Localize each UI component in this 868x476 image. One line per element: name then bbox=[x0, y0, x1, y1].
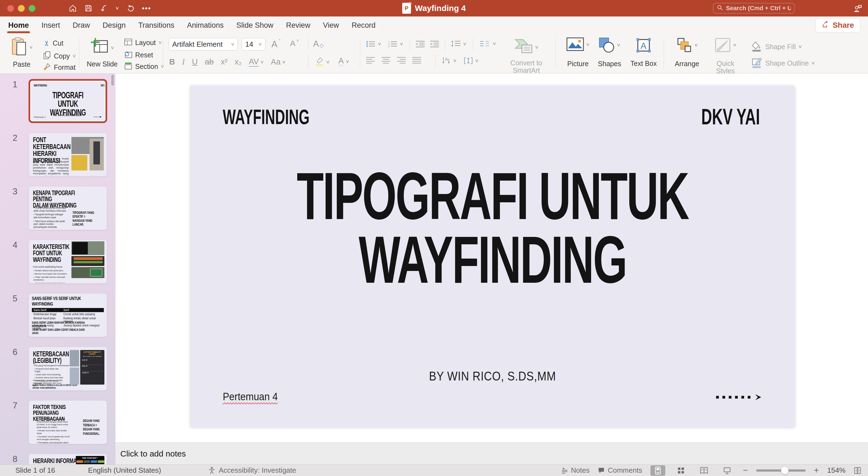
convert-to-smartart-button[interactable]: ˅ Convert to SmartArt bbox=[504, 37, 548, 74]
new-slide-button[interactable]: ˅ New Slide bbox=[86, 37, 119, 68]
text-box-button[interactable]: A Text Box bbox=[628, 37, 659, 67]
redo-icon[interactable] bbox=[126, 4, 135, 13]
notes-pane[interactable]: Click to add notes bbox=[115, 443, 868, 465]
shapes-button[interactable]: ˅ Shapes bbox=[592, 37, 627, 68]
shrink-font-button[interactable]: A ˅ bbox=[290, 39, 299, 48]
notes-toggle[interactable]: Notes bbox=[561, 466, 590, 475]
layout-button[interactable]: Layout ˅ bbox=[124, 38, 162, 47]
change-case-button[interactable]: Aa ˅ bbox=[271, 57, 285, 66]
align-left-button[interactable] bbox=[366, 57, 375, 65]
zoom-percentage[interactable]: 154% bbox=[827, 466, 846, 475]
quick-styles-button[interactable]: ˅ Quick Styles bbox=[708, 37, 743, 75]
underline-button[interactable]: U bbox=[192, 57, 198, 66]
cut-button[interactable]: ✂ Cut bbox=[44, 39, 63, 47]
subscript-button[interactable]: x₂ bbox=[235, 57, 242, 66]
thumbnail-slide-4[interactable]: KARAKTERISTIK FONT UNTUK WAYFINDING Font… bbox=[29, 240, 107, 283]
home-icon[interactable] bbox=[68, 4, 77, 13]
undo-icon[interactable] bbox=[100, 4, 108, 13]
dotted-arrow-icon[interactable] bbox=[716, 394, 762, 401]
font-color-button[interactable]: A ˅ bbox=[338, 57, 349, 66]
normal-view-button[interactable] bbox=[650, 465, 665, 476]
paste-button[interactable]: ˅ Paste bbox=[7, 37, 37, 68]
bullets-button[interactable]: ˅ bbox=[366, 40, 381, 48]
font-size-select[interactable]: 14 ˅ bbox=[242, 38, 265, 50]
strikethrough-button[interactable]: ab bbox=[205, 57, 214, 66]
format-painter-button[interactable]: Format bbox=[43, 63, 75, 72]
zoom-slider-thumb[interactable] bbox=[781, 467, 788, 474]
reset-button[interactable]: Reset bbox=[124, 50, 153, 59]
thumbnail-slide-1[interactable]: WAYFINDING DKV YAI TIPOGRAFI UNTUKWAYFIN… bbox=[29, 79, 107, 123]
tab-record[interactable]: Record bbox=[351, 16, 375, 34]
undo-chevron-icon[interactable]: ˅ bbox=[116, 5, 119, 11]
thumbnail-slide-2[interactable]: FONT KETERBACAAN HIERARKI INFORMASI Tipo… bbox=[29, 133, 107, 176]
chevron-down-icon: ˅ bbox=[475, 58, 478, 63]
tab-slide-show[interactable]: Slide Show bbox=[236, 16, 273, 34]
minimize-window-button[interactable] bbox=[18, 5, 25, 12]
slide-byline[interactable]: BY WIN RICO, S.DS,MM bbox=[190, 368, 795, 383]
thumbnail-slide-7[interactable]: FAKTOR TEKNIS PENUNJANG KETERBACAAN Ukur… bbox=[29, 400, 107, 444]
photo-placeholder bbox=[90, 269, 102, 276]
highlight-color-button[interactable]: ˅ bbox=[315, 57, 330, 68]
bold-button[interactable]: B bbox=[169, 57, 175, 66]
slide-show-button[interactable] bbox=[720, 465, 735, 476]
zoom-window-button[interactable] bbox=[29, 5, 35, 12]
shape-outline-button[interactable]: Shape Outline ˅ bbox=[751, 57, 815, 69]
reading-view-button[interactable] bbox=[696, 465, 711, 476]
picture-button[interactable]: ˅ Picture bbox=[561, 37, 594, 68]
align-center-button[interactable] bbox=[381, 57, 391, 65]
zoom-in-button[interactable]: + bbox=[814, 465, 819, 475]
tab-transitions[interactable]: Transitions bbox=[138, 16, 175, 34]
slide-sorter-view-button[interactable] bbox=[674, 465, 688, 476]
font-name-select[interactable]: Artifakt Element ˅ bbox=[169, 38, 238, 50]
tab-design[interactable]: Design bbox=[103, 16, 126, 34]
thumbnail-slide-6[interactable]: KETERBACAAN (LEGIBILITY) Hal yang memeng… bbox=[29, 347, 107, 390]
superscript-button[interactable]: x² bbox=[221, 57, 227, 66]
slide-header-left[interactable]: WAYFINDING bbox=[223, 105, 310, 129]
zoom-slider[interactable] bbox=[756, 469, 806, 472]
tab-insert[interactable]: Insert bbox=[41, 16, 60, 34]
justify-button[interactable] bbox=[412, 57, 422, 65]
line-spacing-button[interactable]: ˅ bbox=[451, 40, 466, 48]
search-box[interactable] bbox=[713, 3, 795, 13]
section-button[interactable]: Section ˅ bbox=[124, 62, 164, 71]
accessibility-status[interactable]: Accessibility: Investigate bbox=[208, 466, 296, 475]
chevron-down-icon: ˅ bbox=[260, 59, 264, 65]
zoom-out-button[interactable]: − bbox=[743, 465, 748, 475]
tab-home[interactable]: Home bbox=[8, 16, 29, 34]
thumbnail-slide-3[interactable]: KENAPA TIPOGRAFI PENTING DALAM WAYFINDIN… bbox=[29, 186, 107, 230]
feedback-person-icon[interactable] bbox=[853, 4, 863, 14]
align-right-button[interactable] bbox=[397, 57, 406, 65]
thumbnail-slide-8[interactable]: HIERARKI INFORMASI FIND YOUR WAY™ bbox=[29, 454, 107, 465]
language-indicator[interactable]: English (United States) bbox=[88, 466, 161, 475]
text-direction-button[interactable]: A ˅ bbox=[442, 57, 457, 65]
tab-draw[interactable]: Draw bbox=[73, 16, 90, 34]
save-icon[interactable] bbox=[84, 4, 93, 12]
grow-font-button[interactable]: A ˆ bbox=[271, 39, 280, 49]
slide-title[interactable]: TIPOGRAFI UNTUK WAYFINDING bbox=[190, 164, 795, 292]
tab-review[interactable]: Review bbox=[286, 16, 310, 34]
search-input[interactable] bbox=[726, 5, 791, 12]
thumbnail-slide-5[interactable]: SANS-SERIF VS SERIF UNTUK WAYFINDING San… bbox=[29, 293, 107, 337]
more-commands-icon[interactable]: ••• bbox=[142, 4, 151, 13]
arrange-button[interactable]: ˅ Arrange bbox=[669, 37, 705, 68]
fit-slide-to-window-button[interactable] bbox=[854, 467, 861, 474]
comments-toggle[interactable]: Comments bbox=[598, 466, 642, 475]
copy-button[interactable]: Copy ˅ bbox=[43, 51, 76, 61]
slide-footer-text[interactable]: Pertemuan 4 bbox=[223, 391, 278, 403]
character-spacing-button[interactable]: AV ˅ bbox=[249, 57, 264, 67]
slide-editor[interactable]: WAYFINDING DKV YAI TIPOGRAFI UNTUK WAYFI… bbox=[190, 86, 795, 427]
share-button[interactable]: Share bbox=[815, 18, 860, 32]
tab-animations[interactable]: Animations bbox=[187, 16, 224, 34]
decrease-indent-button[interactable] bbox=[415, 40, 425, 49]
shape-fill-button[interactable]: Shape Fill ˅ bbox=[751, 41, 802, 53]
close-window-button[interactable] bbox=[7, 5, 14, 12]
tab-view[interactable]: View bbox=[323, 16, 339, 34]
slide-counter[interactable]: Slide 1 of 16 bbox=[16, 466, 55, 475]
numbering-button[interactable]: 123 ˅ bbox=[388, 40, 403, 48]
italic-button[interactable]: I bbox=[182, 57, 185, 66]
columns-button[interactable]: ˅ bbox=[479, 40, 496, 47]
increase-indent-button[interactable] bbox=[430, 40, 439, 49]
align-text-vertical-button[interactable]: ˅ bbox=[464, 57, 478, 65]
clear-formatting-button[interactable]: A ◇ bbox=[313, 39, 323, 49]
slide-header-right[interactable]: DKV YAI bbox=[701, 104, 760, 130]
